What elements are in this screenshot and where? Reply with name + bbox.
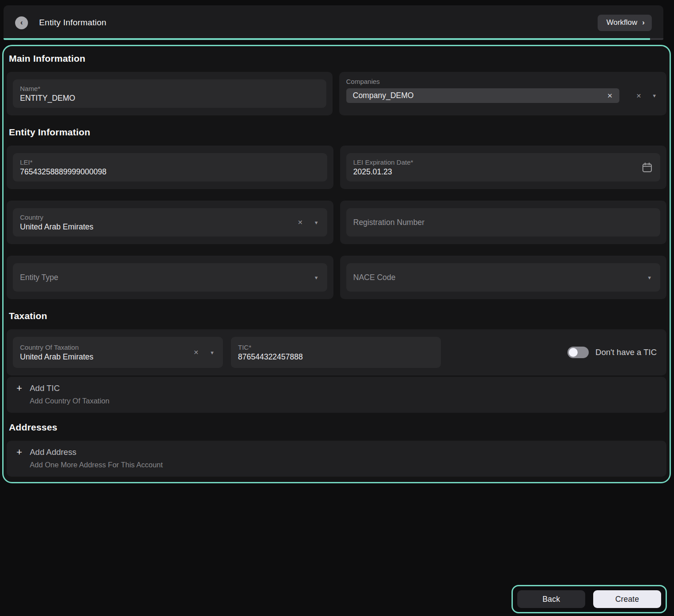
section-title-taxation: Taxation bbox=[9, 311, 667, 321]
workflow-button[interactable]: Workflow › bbox=[598, 15, 652, 31]
tic-input[interactable]: TIC* 876544322457888 bbox=[231, 337, 441, 368]
row-taxation: Country Of Taxation United Arab Emirates… bbox=[7, 329, 666, 375]
wizard-progress-track bbox=[4, 38, 663, 40]
back-button[interactable]: Back bbox=[517, 590, 585, 608]
wizard-progress-fill bbox=[4, 38, 650, 40]
country-caret-icon[interactable]: ▾ bbox=[315, 220, 318, 225]
section-title-main-information: Main Information bbox=[9, 53, 667, 64]
registration-number-cell: Registration Number bbox=[340, 201, 667, 244]
companies-clear-icon[interactable]: ✕ bbox=[636, 93, 642, 99]
country-clear-icon[interactable]: ✕ bbox=[297, 219, 303, 225]
dont-have-tic-toggle[interactable] bbox=[567, 347, 589, 358]
nace-code-placeholder: NACE Code bbox=[353, 273, 396, 282]
row-country-registration: Country United Arab Emirates ✕ ▾ Registr… bbox=[7, 201, 666, 244]
row-entitytype-nace: Entity Type ▾ NACE Code ▾ bbox=[7, 256, 666, 299]
nace-code-select[interactable]: NACE Code ▾ bbox=[346, 263, 661, 292]
registration-number-placeholder: Registration Number bbox=[353, 218, 424, 227]
section-title-addresses: Addresses bbox=[9, 422, 667, 433]
plus-icon: + bbox=[16, 447, 23, 457]
country-value: United Arab Emirates bbox=[20, 222, 93, 232]
add-address-label: Add Address bbox=[30, 447, 76, 457]
lei-value: 76543258889999000098 bbox=[20, 167, 107, 177]
name-label: Name* bbox=[20, 85, 75, 92]
entity-type-placeholder: Entity Type bbox=[20, 273, 58, 282]
lei-expiration-cell: LEI Expiration Date* 2025.01.23 bbox=[340, 146, 667, 189]
name-value: ENTITY_DEMO bbox=[20, 94, 75, 103]
country-field-cell: Country United Arab Emirates ✕ ▾ bbox=[7, 201, 333, 244]
country-of-taxation-label: Country Of Taxation bbox=[20, 344, 93, 351]
tic-value: 876544322457888 bbox=[238, 352, 303, 362]
plus-icon: + bbox=[16, 383, 23, 393]
taxation-cell: Country Of Taxation United Arab Emirates… bbox=[7, 329, 666, 375]
country-of-taxation-value: United Arab Emirates bbox=[20, 352, 93, 362]
entity-type-select[interactable]: Entity Type ▾ bbox=[13, 263, 327, 292]
toggle-knob bbox=[569, 348, 578, 357]
lei-field-cell: LEI* 76543258889999000098 bbox=[7, 146, 333, 189]
nace-code-caret-icon[interactable]: ▾ bbox=[648, 275, 651, 280]
row-lei: LEI* 76543258889999000098 LEI Expiration… bbox=[7, 146, 666, 189]
lei-input[interactable]: LEI* 76543258889999000098 bbox=[13, 153, 327, 182]
country-of-taxation-clear-icon[interactable]: ✕ bbox=[194, 349, 199, 355]
footer-action-bar: Back Create bbox=[511, 585, 667, 613]
add-tic-button[interactable]: + Add TIC Add Country Of Taxation bbox=[7, 377, 666, 413]
registration-number-input[interactable]: Registration Number bbox=[346, 208, 661, 237]
companies-caret-icon[interactable]: ▾ bbox=[653, 93, 656, 99]
add-address-sublabel: Add One More Address For This Account bbox=[30, 461, 658, 469]
lei-label: LEI* bbox=[20, 158, 107, 166]
chip-remove-icon[interactable]: ✕ bbox=[607, 92, 613, 99]
nace-code-cell: NACE Code ▾ bbox=[340, 256, 667, 299]
companies-select[interactable]: Companies Company_DEMO ✕ ✕ ▾ bbox=[339, 72, 667, 115]
lei-expiration-label: LEI Expiration Date* bbox=[353, 158, 413, 166]
page-title: Entity Information bbox=[39, 18, 106, 28]
entity-type-cell: Entity Type ▾ bbox=[7, 256, 333, 299]
back-chevron-glyph: ‹ bbox=[20, 19, 23, 26]
entity-type-caret-icon[interactable]: ▾ bbox=[315, 275, 318, 280]
country-select[interactable]: Country United Arab Emirates ✕ ▾ bbox=[13, 208, 327, 237]
company-chip[interactable]: Company_DEMO ✕ bbox=[346, 88, 619, 103]
calendar-icon[interactable] bbox=[641, 162, 653, 174]
row-name-companies: Name* ENTITY_DEMO Companies Company_DEMO… bbox=[7, 72, 666, 115]
section-title-entity-information: Entity Information bbox=[9, 127, 667, 138]
country-of-taxation-caret-icon[interactable]: ▾ bbox=[210, 350, 214, 355]
add-address-button[interactable]: + Add Address Add One More Address For T… bbox=[7, 441, 666, 477]
name-field-cell: Name* ENTITY_DEMO bbox=[7, 72, 333, 115]
chevron-right-icon: › bbox=[642, 18, 645, 27]
lei-expiration-input[interactable]: LEI Expiration Date* 2025.01.23 bbox=[346, 153, 661, 182]
add-tic-label: Add TIC bbox=[30, 383, 60, 393]
name-input[interactable]: Name* ENTITY_DEMO bbox=[13, 79, 326, 108]
workflow-button-label: Workflow bbox=[607, 18, 638, 27]
form-panel: Main Information Name* ENTITY_DEMO Compa… bbox=[2, 45, 671, 483]
tic-label: TIC* bbox=[238, 344, 303, 351]
companies-chip-row: Company_DEMO ✕ ✕ ▾ bbox=[346, 88, 660, 103]
dont-have-tic-group: Don't have a TIC bbox=[567, 347, 660, 358]
create-button[interactable]: Create bbox=[593, 590, 661, 608]
dont-have-tic-label: Don't have a TIC bbox=[595, 347, 657, 357]
companies-label: Companies bbox=[346, 78, 660, 85]
lei-expiration-value: 2025.01.23 bbox=[353, 167, 413, 177]
company-chip-label: Company_DEMO bbox=[353, 91, 414, 100]
country-label: Country bbox=[20, 213, 93, 221]
country-of-taxation-select[interactable]: Country Of Taxation United Arab Emirates… bbox=[13, 337, 223, 368]
add-tic-sublabel: Add Country Of Taxation bbox=[30, 397, 658, 405]
header-bar: ‹ Entity Information Workflow › bbox=[4, 5, 663, 40]
back-icon[interactable]: ‹ bbox=[15, 16, 28, 29]
